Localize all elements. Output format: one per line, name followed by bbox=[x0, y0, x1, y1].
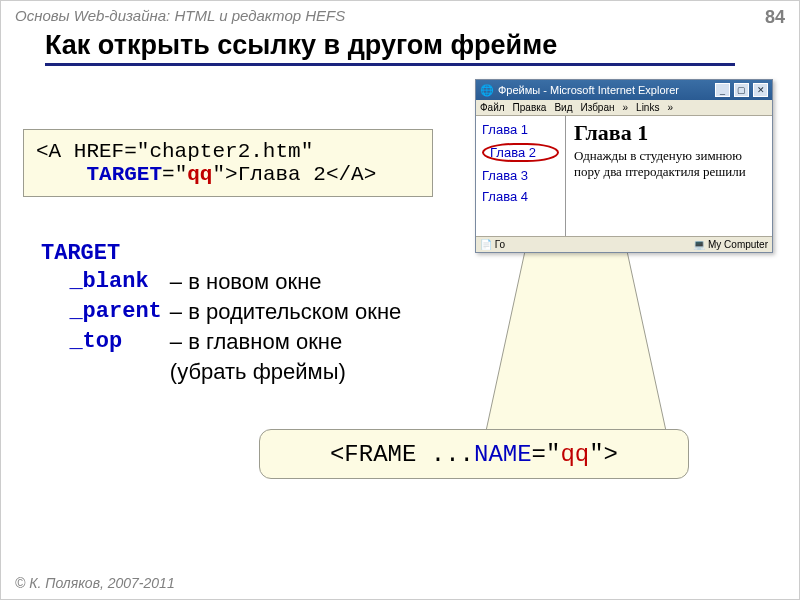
callout-p1: <FRAME ... bbox=[330, 441, 474, 468]
page-title: Как открыть ссылку в другом фрейме bbox=[45, 30, 735, 66]
code-line1: <A HREF="chapter2.htm" bbox=[36, 140, 313, 163]
maximize-icon[interactable]: ▢ bbox=[734, 83, 749, 97]
menu-view[interactable]: Вид bbox=[554, 102, 572, 113]
nav-link-1[interactable]: Глава 1 bbox=[482, 122, 559, 137]
frame-callout: <FRAME ... NAME="qq"> bbox=[259, 429, 689, 479]
target-parent-desc: – в родительском окне bbox=[170, 298, 407, 326]
close-icon[interactable]: ✕ bbox=[753, 83, 768, 97]
frame-content: Глава 1 Однажды в студеную зимнюю пору д… bbox=[566, 116, 772, 236]
menu-more2[interactable]: » bbox=[667, 102, 673, 113]
browser-titlebar: 🌐 Фреймы - Microsoft Internet Explorer _… bbox=[476, 80, 772, 100]
code-example: <A HREF="chapter2.htm" TARGET="qq">Глава… bbox=[23, 129, 433, 197]
target-top: _top bbox=[69, 329, 122, 354]
nav-link-4[interactable]: Глава 4 bbox=[482, 189, 559, 204]
browser-title: Фреймы - Microsoft Internet Explorer bbox=[498, 84, 679, 96]
menu-more1[interactable]: » bbox=[623, 102, 629, 113]
target-row: _blank – в новом окне bbox=[43, 268, 407, 296]
browser-statusbar: 📄 Го 💻 My Computer bbox=[476, 236, 772, 252]
status-left: Го bbox=[495, 239, 505, 250]
menu-file[interactable]: Файл bbox=[480, 102, 505, 113]
target-row: _top – в главном окне bbox=[43, 328, 407, 356]
target-top-desc2: (убрать фреймы) bbox=[170, 358, 407, 386]
callout-kw: NAME bbox=[474, 441, 532, 468]
code-target-kw: TARGET bbox=[86, 163, 162, 186]
target-parent: _parent bbox=[69, 299, 161, 324]
target-blank: _blank bbox=[69, 269, 148, 294]
menu-edit[interactable]: Правка bbox=[513, 102, 547, 113]
footer-copyright: © К. Поляков, 2007-2011 bbox=[15, 575, 175, 591]
menu-links[interactable]: Links bbox=[636, 102, 659, 113]
callout-qq: qq bbox=[560, 441, 589, 468]
code-close: ">Глава 2</A> bbox=[212, 163, 376, 186]
content-heading: Глава 1 bbox=[574, 120, 764, 146]
browser-preview: 🌐 Фреймы - Microsoft Internet Explorer _… bbox=[475, 79, 773, 253]
page-number: 84 bbox=[765, 7, 785, 28]
minimize-icon[interactable]: _ bbox=[715, 83, 730, 97]
target-top-desc: – в главном окне bbox=[170, 328, 407, 356]
content-text: Однажды в студеную зимнюю пору два птеро… bbox=[574, 148, 764, 181]
target-values: TARGET _blank – в новом окне _parent – в… bbox=[41, 241, 409, 388]
target-heading: TARGET bbox=[41, 241, 409, 266]
code-qq: qq bbox=[187, 163, 212, 186]
callout-p2: "> bbox=[589, 441, 618, 468]
target-row: (убрать фреймы) bbox=[43, 358, 407, 386]
callout-eq: =" bbox=[532, 441, 561, 468]
menu-fav[interactable]: Избран bbox=[580, 102, 614, 113]
nav-link-3[interactable]: Глава 3 bbox=[482, 168, 559, 183]
browser-menu: Файл Правка Вид Избран » Links » bbox=[476, 100, 772, 116]
target-blank-desc: – в новом окне bbox=[170, 268, 407, 296]
breadcrumb: Основы Web-дизайна: HTML и редактор HEFS bbox=[15, 7, 345, 28]
frame-nav: Глава 1 Глава 2 Глава 3 Глава 4 bbox=[476, 116, 566, 236]
nav-link-2[interactable]: Глава 2 bbox=[482, 143, 559, 162]
ie-icon: 🌐 bbox=[480, 84, 494, 97]
status-right: My Computer bbox=[708, 239, 768, 250]
code-eq: =" bbox=[162, 163, 187, 186]
target-row: _parent – в родительском окне bbox=[43, 298, 407, 326]
